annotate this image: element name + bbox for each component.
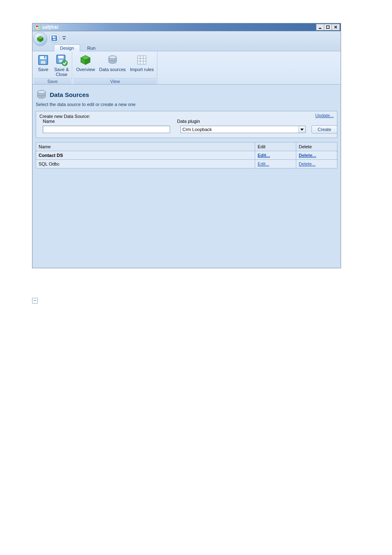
row-name-cell: Contact DS xyxy=(36,151,255,160)
svg-rect-2 xyxy=(38,25,39,27)
minimize-button[interactable] xyxy=(316,24,324,30)
row-edit-cell: Edit... xyxy=(255,160,296,168)
tab-design[interactable]: Design xyxy=(54,44,80,51)
svg-point-23 xyxy=(62,60,67,66)
svg-rect-3 xyxy=(36,28,37,29)
ribbon-data-sources-button[interactable]: Data sources xyxy=(97,53,127,78)
data-sources-table: Name Edit Delete Contact DSEdit...Delete… xyxy=(36,142,337,168)
svg-rect-5 xyxy=(319,28,321,29)
ribbon-save-close-button[interactable]: Save & Close xyxy=(53,53,70,78)
table-row[interactable]: SQL OdbcEdit...Delete... xyxy=(36,160,337,168)
panel-title: Data Sources xyxy=(50,91,89,98)
qat-save-button[interactable] xyxy=(49,33,60,43)
row-delete-cell: Delete... xyxy=(296,160,337,168)
delete-link[interactable]: Delete... xyxy=(299,161,316,166)
row-delete-cell: Delete... xyxy=(296,151,337,160)
application-menu-orb[interactable] xyxy=(33,32,47,46)
col-delete-header[interactable]: Delete xyxy=(296,143,337,151)
plugin-combobox[interactable]: Crm Loopback xyxy=(180,126,306,133)
svg-rect-21 xyxy=(58,56,63,59)
plugin-combobox-value: Crm Loopback xyxy=(181,126,298,133)
collapse-toggle[interactable]: − xyxy=(32,298,38,304)
svg-rect-15 xyxy=(55,36,55,37)
content-area: Data Sources Select the data source to e… xyxy=(32,85,341,268)
maximize-button[interactable] xyxy=(324,24,332,30)
save-close-icon xyxy=(55,54,68,66)
col-name-header[interactable]: Name xyxy=(36,143,255,151)
panel-subtitle: Select the data source to edit or create… xyxy=(36,102,337,107)
svg-rect-4 xyxy=(38,28,39,29)
app-icon xyxy=(35,24,41,30)
app-window: sdfjfhkl xyxy=(32,23,341,268)
ribbon-group-save: Save Save & Close Save xyxy=(32,51,72,84)
ribbon-overview-button[interactable]: Overview xyxy=(74,53,97,78)
close-button[interactable] xyxy=(332,24,340,30)
svg-point-35 xyxy=(37,90,45,94)
svg-rect-18 xyxy=(41,61,45,64)
titlebar: sdfjfhkl xyxy=(32,23,341,31)
create-button[interactable]: Create xyxy=(311,125,337,134)
qat-customize-dropdown[interactable] xyxy=(61,34,67,43)
database-icon xyxy=(36,89,47,100)
window-title: sdfjfhkl xyxy=(42,25,316,30)
ribbon-group-title-view: View xyxy=(74,78,156,84)
row-edit-cell: Edit... xyxy=(255,151,296,160)
svg-rect-14 xyxy=(53,39,55,40)
ribbon-group-view: Overview Data sources xyxy=(72,51,157,84)
name-label: Name xyxy=(43,119,177,124)
svg-rect-6 xyxy=(327,26,330,29)
create-header-label: Create new Data Source: xyxy=(39,114,177,119)
svg-rect-19 xyxy=(44,56,46,59)
chevron-down-icon[interactable] xyxy=(298,126,305,133)
overview-icon xyxy=(79,54,92,66)
plugin-label: Data plugin xyxy=(177,119,334,124)
edit-link[interactable]: Edit... xyxy=(258,161,269,166)
svg-rect-1 xyxy=(36,25,38,27)
table-row[interactable]: Contact DSEdit...Delete... xyxy=(36,151,337,160)
save-icon xyxy=(37,54,49,66)
table-icon xyxy=(136,54,148,66)
row-name-cell: SQL Odbc xyxy=(36,160,255,168)
ribbon-header: Design Run xyxy=(32,31,341,51)
col-edit-header[interactable]: Edit xyxy=(255,143,296,151)
ribbon-save-button[interactable]: Save xyxy=(35,53,52,78)
database-icon xyxy=(106,54,119,66)
ribbon-group-title-save: Save xyxy=(34,78,71,84)
update-link[interactable]: Update... xyxy=(315,113,334,118)
create-data-source-panel: Update... Create new Data Source: Name D… xyxy=(36,111,337,138)
ribbon-import-rules-button[interactable]: Import rules xyxy=(128,53,155,78)
svg-rect-29 xyxy=(138,56,146,64)
svg-point-28 xyxy=(108,56,116,59)
edit-link[interactable]: Edit... xyxy=(258,153,270,158)
delete-link[interactable]: Delete... xyxy=(299,153,316,158)
tab-run[interactable]: Run xyxy=(81,44,101,51)
name-input[interactable] xyxy=(43,126,170,133)
ribbon: Save Save & Close Save xyxy=(32,51,341,85)
